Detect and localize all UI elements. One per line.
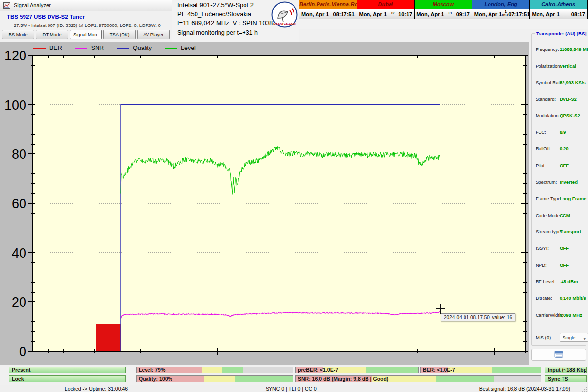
- transponder-field-rolloff: RollOff:0.20: [536, 146, 585, 151]
- tab-tsa-ok[interactable]: TSA (OK): [103, 30, 136, 39]
- divider: [172, 28, 296, 28]
- sync-ts-indicator: Sync TS: [545, 375, 587, 382]
- transponder-field-modulation: Modulation:QPSK-S2: [536, 113, 585, 118]
- ber-meter: BER: <1.0E-7: [420, 367, 541, 373]
- clock-berlin-paris-vienna-roma: Berlin-Paris-Vienna-RomaMon, Apr 108:17:…: [299, 0, 357, 19]
- field-label: Frequency:: [536, 47, 559, 52]
- frequency-line: f=11 689,042 MHz_V : SPIN 1038: [177, 19, 273, 26]
- meter-segment: [235, 376, 293, 382]
- clock-city: Dubai: [357, 0, 415, 9]
- meter-segment: [202, 367, 222, 373]
- svg-text:100: 100: [4, 98, 26, 113]
- clock-time: 08:17:51: [333, 11, 355, 17]
- legend-label: Level: [181, 45, 196, 51]
- clock-time-row: Mon, Apr 108:17:51: [299, 9, 357, 19]
- transponder-field-code-mode: Code Mode:CCM: [536, 213, 585, 218]
- best-signal-status: Best signal: 16,8 dB (2024-03-31 17:09): [389, 385, 578, 392]
- crosshair-cursor: [436, 304, 445, 314]
- legend-label: Quality: [133, 45, 152, 51]
- field-label: Modulation:: [536, 113, 560, 118]
- transponder-groupbox: Transponder (AU) [BS] Frequency:11688,84…: [531, 33, 586, 346]
- legend-item-snr: SNR: [75, 45, 104, 51]
- tab-bar: BS ModeDT ModeSignal Mon.TSA (OK)AV Play…: [2, 30, 170, 39]
- signal-analyzer-window: Signal Analyzer TBS 5927 USB DVB-S2 Tune…: [0, 0, 588, 392]
- svg-text:0: 0: [19, 344, 26, 359]
- transponder-title: Transponder (AU) [BS]: [535, 31, 588, 36]
- field-value: 11688,849 MHz: [560, 47, 588, 52]
- meter-segment: [366, 367, 419, 373]
- field-value: DVB-S2: [560, 97, 577, 102]
- mis-row: MIS (0): Single ▾: [536, 335, 585, 340]
- clock-date: Mon, Apr 1: [416, 11, 444, 17]
- clock-time: 07:17:51: [508, 11, 530, 17]
- tab-signal-mon[interactable]: Signal Mon.: [70, 30, 102, 39]
- field-value: OFF: [560, 163, 569, 168]
- resize-grip[interactable]: [582, 386, 588, 392]
- field-value: QPSK-S2: [560, 113, 580, 118]
- field-label: Code Mode:: [536, 213, 561, 218]
- utc-offset: +1: [448, 11, 452, 15]
- clock-city: Moscow: [415, 0, 472, 9]
- satellite-header: Intelsat 901-27.5°W-Spot 2 PF 450_Lučene…: [172, 0, 299, 42]
- field-value: 82,993 KS/s: [560, 80, 586, 85]
- field-value: OFF: [560, 245, 569, 251]
- site-name: PF 450_Lučenec/Slovakia: [177, 10, 251, 18]
- svg-text:120: 120: [4, 49, 26, 63]
- transponder-field-pilot: Pilot:OFF: [536, 163, 585, 168]
- legend-item-quality: Quality: [117, 45, 152, 51]
- tab-dt-mode[interactable]: DT Mode: [36, 30, 68, 39]
- transponder-field-bitrate: BitRate:0,140 Mbit/s: [536, 295, 585, 301]
- transponder-field-polarization: Polarization:Vertical: [536, 63, 585, 69]
- quality-meter: Quality: 100%: [136, 375, 293, 382]
- mis-value: Single: [563, 335, 575, 340]
- meter-segment: [494, 376, 541, 382]
- transponder-field-carrierwidth: CarrierWidth:0,098 MHz: [536, 312, 585, 318]
- clock-time: 09:17: [456, 11, 470, 17]
- transponder-field-rf-level: RF Level:-48 dBm: [536, 279, 585, 284]
- transponder-field-standard: Standard:DVB-S2: [536, 97, 585, 102]
- clock-dubai: DubaiMon, Apr 1+210:17: [357, 0, 415, 19]
- export-icon: [554, 351, 563, 358]
- satellite-name: Intelsat 901-27.5°W-Spot 2: [177, 1, 254, 9]
- tab-av-player[interactable]: AV Player: [137, 30, 170, 39]
- clock-city: London, Eng: [472, 0, 530, 9]
- present-indicator: Present: [9, 367, 126, 373]
- dxsatcs-logo: DXSATCS.COM: [271, 1, 298, 28]
- clock-date: Mon, Apr 1: [359, 11, 387, 17]
- snr-meter: SNR: 16,0 dB (Margin: 9,8 dB | Good): [295, 375, 541, 382]
- field-label: FEC:: [536, 129, 546, 135]
- meter-segment: [436, 376, 494, 382]
- transponder-field-npd: NPD:OFF: [536, 262, 585, 268]
- field-label: Standard:: [536, 97, 556, 102]
- meter-segment: [243, 367, 293, 373]
- field-value: OFF: [560, 262, 569, 268]
- field-value: Vertical: [560, 63, 576, 69]
- meter-segment: [222, 367, 243, 373]
- field-label: Pilot:: [536, 163, 546, 168]
- clock-time-row: Mon, Apr 1-1DST07:17:51: [472, 9, 530, 19]
- field-label: NPD:: [536, 262, 547, 268]
- mis-label: MIS (0):: [536, 335, 552, 340]
- field-label: Frame Type:: [536, 196, 562, 201]
- field-value: -48 dBm: [560, 279, 578, 284]
- logo-text: DXSATCS.COM: [273, 22, 295, 25]
- export-button[interactable]: [531, 349, 586, 361]
- tuner-panel: TBS 5927 USB DVB-S2 Tuner 27.5W - Intels…: [0, 11, 172, 42]
- transponder-field-spectrum: Spectrum:Inverted: [536, 179, 585, 185]
- tab-bs-mode[interactable]: BS Mode: [2, 30, 34, 39]
- window-title: Signal Analyzer: [14, 0, 51, 11]
- transponder-field-frame-type: Frame Type:Long Frame: [536, 196, 585, 201]
- field-label: Stream type:: [536, 229, 562, 234]
- preber-meter: preBER: <1.0E-7: [295, 367, 419, 373]
- field-label: RollOff:: [536, 146, 551, 151]
- legend-swatch: [33, 48, 46, 49]
- legend-item-ber: BER: [33, 45, 62, 51]
- mis-dropdown[interactable]: Single ▾: [560, 333, 588, 342]
- input-indicator: Input (~188 Kbps): [545, 367, 587, 373]
- sync-status: SYNC 0 | TEI 0 | CC 0: [193, 385, 389, 392]
- legend-item-level: Level: [165, 45, 196, 51]
- clock-date: Mon, Apr 1: [474, 11, 502, 17]
- legend-label: BER: [49, 45, 62, 51]
- svg-text:40: 40: [12, 246, 26, 261]
- clock-time-row: Mon, Apr 1+210:17: [357, 9, 415, 19]
